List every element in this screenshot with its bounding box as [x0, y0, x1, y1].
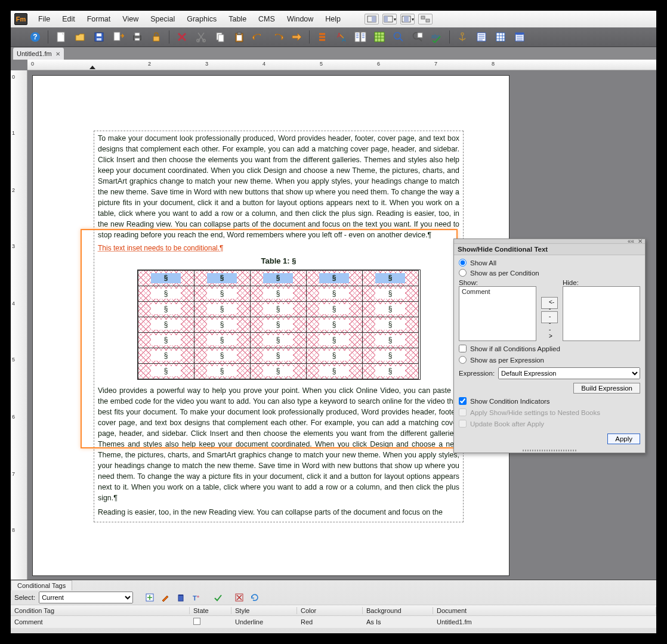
panel-resize-grip[interactable] — [454, 449, 645, 453]
show-hide-conditional-text-panel[interactable]: ««✕ Show/Hide Conditional Text Show All … — [453, 239, 646, 453]
delete-tag-icon[interactable] — [175, 592, 187, 603]
table-cell[interactable]: § — [138, 348, 194, 364]
table-cell[interactable]: § — [194, 286, 250, 302]
menu-graphics[interactable]: Graphics — [182, 13, 221, 25]
help-icon[interactable]: ? — [27, 29, 43, 45]
paragraph-icon[interactable] — [512, 29, 527, 45]
table-cell[interactable]: § — [362, 348, 418, 364]
layout-split-icon[interactable]: ▾ — [382, 14, 397, 24]
table-cell[interactable]: § — [306, 364, 362, 379]
table-cell[interactable]: § — [306, 348, 362, 364]
menu-window[interactable]: Window — [282, 13, 318, 25]
insert-table-icon[interactable] — [493, 29, 508, 45]
cut-icon[interactable] — [193, 29, 209, 45]
table-header-cell[interactable]: § — [362, 271, 418, 286]
uncheck-icon[interactable] — [233, 592, 245, 603]
table-cell[interactable]: § — [362, 286, 418, 302]
page[interactable]: To make your document look professionall… — [32, 75, 509, 576]
col-header[interactable]: Color — [297, 607, 363, 614]
table-cell[interactable]: § — [250, 302, 306, 317]
select-scope[interactable]: Current — [39, 592, 133, 603]
horizontal-ruler[interactable]: 0 2 3 4 5 6 7 8 — [27, 60, 656, 70]
indent-marker-icon[interactable] — [89, 66, 95, 69]
table-cell[interactable]: § — [194, 302, 250, 317]
table-cell[interactable]: § — [194, 333, 250, 348]
layout-split2-icon[interactable]: ▾ — [400, 14, 415, 24]
radio-show-all[interactable]: Show All — [459, 259, 640, 267]
table-cell[interactable]: § — [306, 333, 362, 348]
copy-icon[interactable] — [212, 29, 228, 45]
col-header[interactable]: Background — [363, 607, 433, 614]
chk-show-indicators[interactable]: Show Condition Indicators — [459, 397, 640, 405]
apply-check-icon[interactable] — [212, 592, 224, 603]
panel-collapse-icon[interactable]: «« — [628, 238, 634, 244]
table-header-cell[interactable]: § — [194, 271, 250, 286]
table-cell[interactable]: § — [362, 302, 418, 317]
hide-list[interactable] — [563, 286, 640, 341]
table-cell[interactable]: § — [138, 317, 194, 333]
move-left-button[interactable]: <--- — [541, 297, 558, 309]
table-cell[interactable]: § — [362, 364, 418, 379]
col-header[interactable]: State — [190, 607, 231, 614]
table-cell[interactable]: § — [138, 302, 194, 317]
forward-icon[interactable] — [289, 29, 304, 45]
table-cell[interactable]: § — [250, 348, 306, 364]
apply-button[interactable]: Apply — [607, 434, 640, 444]
table-header-cell[interactable]: § — [306, 271, 362, 286]
zoom-icon[interactable] — [410, 29, 425, 45]
menu-view[interactable]: View — [118, 13, 143, 25]
new-doc-icon[interactable] — [53, 29, 69, 45]
state-checkbox[interactable] — [193, 618, 200, 625]
move-right-button[interactable]: ---> — [541, 311, 558, 323]
spellcheck-icon[interactable]: abc — [429, 29, 444, 45]
table-cell[interactable]: § — [250, 333, 306, 348]
print-icon[interactable] — [129, 29, 145, 45]
col-header[interactable]: Document — [433, 607, 656, 614]
table-cell[interactable]: § — [250, 286, 306, 302]
vertical-ruler[interactable]: 0 1 2 3 4 5 6 7 8 — [11, 70, 27, 580]
table-cell[interactable]: § — [250, 364, 306, 379]
menu-special[interactable]: Special — [146, 13, 180, 25]
table-cell[interactable]: § — [362, 333, 418, 348]
text-frame[interactable]: To make your document look professionall… — [94, 131, 464, 522]
table-cell[interactable]: § — [306, 317, 362, 333]
list-item[interactable]: Comment — [462, 288, 533, 295]
table-cell[interactable]: § — [306, 302, 362, 317]
menu-edit[interactable]: Edit — [57, 13, 80, 25]
text-frame-icon[interactable] — [474, 29, 489, 45]
panel-titlebar[interactable]: ««✕ — [454, 239, 645, 244]
doc-tab[interactable]: Untitled1.fm ✕ — [13, 48, 64, 60]
bottom-tab[interactable]: Conditional Tags — [11, 580, 72, 590]
redo-icon[interactable] — [270, 29, 285, 45]
radio-show-per-condition[interactable]: Show as per Condition — [459, 269, 640, 277]
table-cell[interactable]: § — [194, 317, 250, 333]
cell-state[interactable] — [190, 618, 231, 626]
text-symbols-icon[interactable]: T» — [190, 592, 202, 603]
save-icon[interactable] — [91, 29, 107, 45]
refresh-icon[interactable] — [249, 592, 261, 603]
layout-reset-icon[interactable] — [418, 14, 433, 24]
anchor-icon[interactable] — [455, 29, 470, 45]
lock-icon[interactable] — [149, 29, 164, 45]
table-cell[interactable]: § — [306, 286, 362, 302]
new-tag-icon[interactable] — [144, 592, 156, 603]
radio-show-per-expression[interactable]: Show as per Expression — [459, 356, 640, 364]
zoom-in-icon[interactable] — [391, 29, 406, 45]
col-header[interactable]: Condition Tag — [11, 607, 190, 614]
menu-help[interactable]: Help — [320, 13, 345, 25]
table-cell[interactable]: § — [194, 348, 250, 364]
show-list[interactable]: Comment — [459, 286, 536, 341]
import-icon[interactable] — [110, 29, 126, 45]
layout-single-icon[interactable] — [365, 14, 379, 24]
table-cell[interactable]: § — [138, 333, 194, 348]
menu-cms[interactable]: CMS — [254, 13, 280, 25]
body-table[interactable]: §§§§§ §§§§§ §§§§§ §§§§§ §§§§§ §§§§§ §§§§… — [137, 270, 421, 380]
repeat-icon[interactable] — [314, 29, 330, 45]
build-expression-button[interactable]: Build Expression — [573, 383, 640, 394]
table-cell[interactable]: § — [194, 364, 250, 379]
table-header-cell[interactable]: § — [250, 271, 306, 286]
close-tab-icon[interactable]: ✕ — [55, 51, 60, 57]
table-cell[interactable]: § — [362, 317, 418, 333]
delete-icon[interactable] — [174, 29, 190, 45]
undo-icon[interactable] — [251, 29, 266, 45]
